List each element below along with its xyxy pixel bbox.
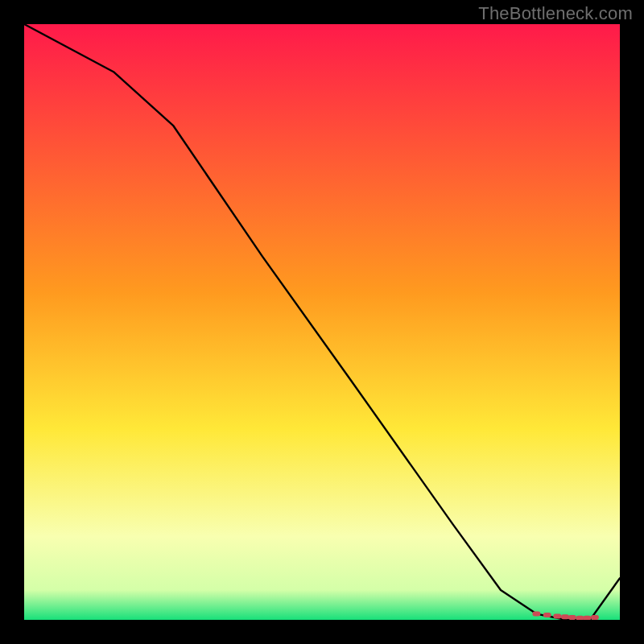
- optimal-marker: [543, 613, 551, 617]
- optimal-marker: [583, 616, 591, 620]
- plot-area: [24, 24, 620, 620]
- heat-gradient: [24, 24, 620, 620]
- optimal-marker: [591, 615, 599, 620]
- optimal-marker: [568, 615, 576, 620]
- optimal-marker: [532, 612, 540, 617]
- chart-frame: TheBottleneck.com: [0, 0, 644, 644]
- optimal-marker: [553, 614, 561, 619]
- chart-svg: [24, 24, 620, 620]
- attribution-label: TheBottleneck.com: [478, 3, 633, 24]
- optimal-marker: [576, 616, 584, 620]
- optimal-marker: [561, 614, 569, 619]
